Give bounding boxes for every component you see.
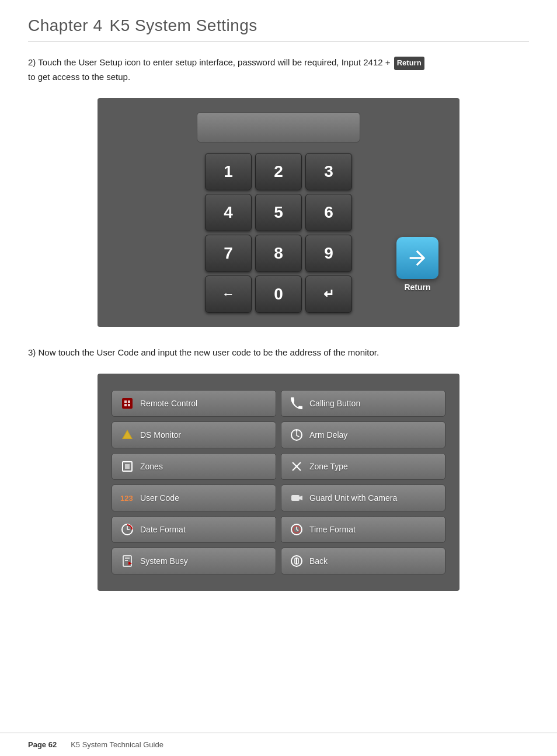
menu-item-remote-control[interactable]: Remote Control [112,390,276,417]
svg-rect-14 [291,495,300,501]
back-icon [290,554,304,568]
key-8[interactable]: 8 [255,235,302,272]
system-busy-icon [120,554,134,568]
svg-rect-10 [125,464,130,469]
menu-item-user-code[interactable]: 123 User Code [112,485,276,511]
chapter-label: Chapter 4 [28,16,102,35]
arrow-right-icon [406,246,429,270]
svg-rect-4 [128,404,130,406]
ds-monitor-icon [120,428,134,442]
key-backspace[interactable]: ← [205,276,252,313]
enter-icon: Return [394,57,424,70]
key-9[interactable]: 9 [305,235,352,272]
remote-control-icon [120,396,134,410]
menu-item-arm-delay[interactable]: Arm Delay [281,421,445,448]
key-6[interactable]: 6 [305,194,352,231]
time-format-icon [290,522,304,536]
menu-grid: Remote Control Calling Button [112,390,445,574]
step2-instruction: 2) Touch the User Setup icon to enter se… [28,55,529,84]
guard-unit-icon [290,491,304,505]
svg-marker-6 [123,431,131,438]
return-button-area: Return [396,237,438,292]
arm-delay-icon [290,428,304,442]
menu-item-time-format[interactable]: Time Format [281,516,445,543]
menu-item-ds-monitor[interactable]: DS Monitor [112,421,276,448]
ds-monitor-label: DS Monitor [140,430,181,440]
page-footer: Page 62 K5 System Technical Guide [0,733,557,756]
date-format-icon [120,522,134,536]
page-title: K5 System Settings [109,16,257,35]
keypad-grid: 1 2 3 4 5 6 7 8 9 ← 0 ↵ [205,153,352,313]
key-enter[interactable]: ↵ [305,276,352,313]
menu-item-calling-button[interactable]: Calling Button [281,390,445,417]
step3-instruction: 3) Now touch the User Code and input the… [28,346,529,360]
svg-rect-24 [125,558,130,559]
zones-icon [120,459,134,473]
return-label: Return [404,283,430,292]
return-button[interactable] [396,237,438,279]
key-3[interactable]: 3 [305,153,352,190]
svg-marker-15 [300,496,302,500]
key-2[interactable]: 2 [255,153,302,190]
keypad-screenshot: 1 2 3 4 5 6 7 8 9 ← 0 ↵ Return [98,98,459,327]
menu-item-system-busy[interactable]: System Busy [112,548,276,574]
zone-type-icon [290,459,304,473]
menu-item-guard-unit[interactable]: Guard Unit with Camera [281,485,445,511]
svg-rect-1 [124,400,127,403]
svg-rect-0 [122,398,133,409]
menu-item-date-format[interactable]: Date Format [112,516,276,543]
key-1[interactable]: 1 [205,153,252,190]
calling-button-label: Calling Button [309,399,360,408]
zone-type-label: Zone Type [309,462,348,471]
remote-control-label: Remote Control [140,399,197,408]
arm-delay-label: Arm Delay [309,430,347,440]
key-7[interactable]: 7 [205,235,252,272]
footer-page-number: Page 62 [28,740,57,749]
svg-line-22 [297,529,298,531]
page-content: 2) Touch the User Setup icon to enter se… [0,41,557,619]
date-format-label: Date Format [140,525,186,534]
key-4[interactable]: 4 [205,194,252,231]
svg-rect-3 [124,404,127,406]
key-0[interactable]: 0 [255,276,302,313]
system-busy-label: System Busy [140,556,188,566]
keypad-display [197,112,360,142]
svg-rect-25 [125,560,128,561]
time-format-label: Time Format [309,525,356,534]
svg-rect-2 [128,400,130,403]
footer-guide-title: K5 System Technical Guide [71,740,163,749]
user-code-icon: 123 [120,491,134,505]
user-code-label: User Code [140,493,179,503]
zones-label: Zones [140,462,163,471]
menu-item-zones[interactable]: Zones [112,453,276,480]
guard-unit-label: Guard Unit with Camera [309,493,397,503]
svg-point-8 [296,430,298,431]
page-header: Chapter 4 K5 System Settings [0,0,557,35]
key-5[interactable]: 5 [255,194,302,231]
menu-item-zone-type[interactable]: Zone Type [281,453,445,480]
calling-button-icon [290,396,304,410]
menu-item-back[interactable]: Back [281,548,445,574]
menu-screenshot: Remote Control Calling Button [98,374,459,591]
back-label: Back [309,556,328,566]
svg-text:123: 123 [120,494,133,503]
